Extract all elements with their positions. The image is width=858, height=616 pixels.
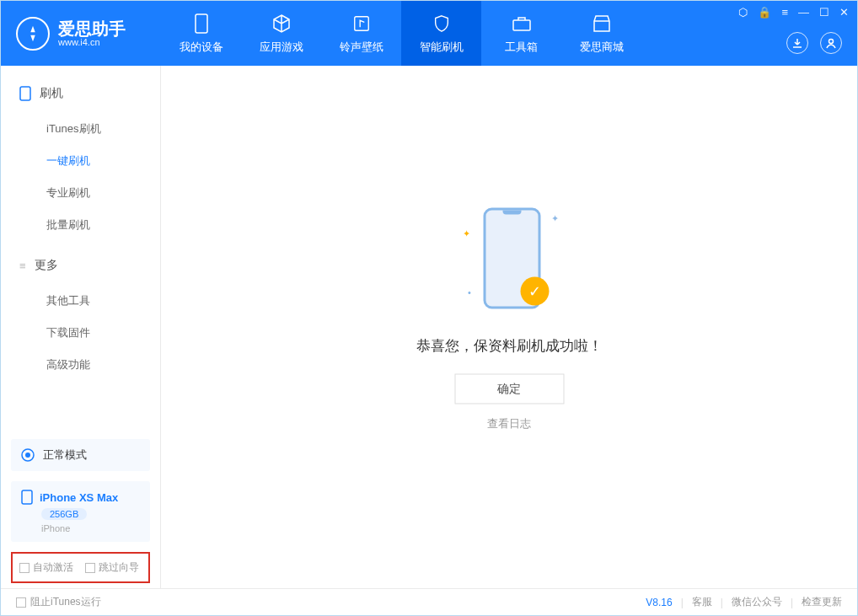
checkbox-icon <box>16 597 26 608</box>
footer-right: V8.16 | 客服 | 微信公众号 | 检查更新 <box>646 595 842 609</box>
check-badge-icon: ✓ <box>520 276 549 305</box>
tab-label: 工具箱 <box>505 40 538 55</box>
footer-link-update[interactable]: 检查更新 <box>802 595 842 609</box>
success-message: 恭喜您，保资料刷机成功啦！ <box>416 335 603 355</box>
group-title: 更多 <box>35 258 58 273</box>
app-title: 爱思助手 <box>58 20 126 37</box>
group-title: 刷机 <box>40 86 63 101</box>
main-content: ✦ ✦ • ✓ 恭喜您，保资料刷机成功啦！ 确定 查看日志 <box>161 66 857 588</box>
cube-icon <box>271 13 292 35</box>
sidebar-item-oneclick-flash[interactable]: 一键刷机 <box>1 145 160 177</box>
store-icon <box>591 13 613 35</box>
sidebar-item-advanced[interactable]: 高级功能 <box>1 349 160 381</box>
device-type: iPhone <box>41 523 70 533</box>
mode-box[interactable]: 正常模式 <box>11 439 150 471</box>
menu-icon[interactable]: ≡ <box>781 6 788 19</box>
logo-area[interactable]: 爱思助手 www.i4.cn <box>1 17 161 51</box>
tab-label: 爱思商城 <box>580 40 624 55</box>
sidebar-item-batch-flash[interactable]: 批量刷机 <box>1 209 160 241</box>
tab-ringtone-wallpaper[interactable]: 铃声壁纸 <box>321 1 401 66</box>
tab-label: 应用游戏 <box>260 40 303 55</box>
tab-store[interactable]: 爱思商城 <box>561 1 641 66</box>
checkbox-label: 阻止iTunes运行 <box>30 595 101 609</box>
device-storage: 256GB <box>41 508 87 520</box>
ok-button[interactable]: 确定 <box>454 373 564 404</box>
checkbox-icon <box>85 563 95 573</box>
svg-rect-0 <box>196 14 207 33</box>
svg-rect-1 <box>354 16 368 30</box>
logo-text: 爱思助手 www.i4.cn <box>58 20 126 47</box>
tab-label: 铃声壁纸 <box>340 40 383 55</box>
tab-smart-flash[interactable]: 智能刷机 <box>401 1 481 66</box>
phone-success-illustration: ✦ ✦ • ✓ <box>454 202 564 320</box>
close-button[interactable]: ✕ <box>839 6 849 19</box>
checkbox-label: 跳过向导 <box>99 560 139 575</box>
toolbox-icon <box>511 13 533 35</box>
hamburger-icon: ≡ <box>19 260 26 272</box>
sidebar-item-pro-flash[interactable]: 专业刷机 <box>1 177 160 209</box>
app-logo-icon <box>16 17 50 51</box>
nav-tabs: 我的设备 应用游戏 铃声壁纸 智能刷机 工具箱 爱思商城 <box>161 1 641 66</box>
checkbox-icon <box>19 563 29 573</box>
svg-point-3 <box>829 40 834 44</box>
tab-toolbox[interactable]: 工具箱 <box>481 1 561 66</box>
user-icon[interactable] <box>820 32 842 54</box>
tab-apps-games[interactable]: 应用游戏 <box>241 1 321 66</box>
checkbox-block-itunes[interactable]: 阻止iTunes运行 <box>16 595 101 609</box>
svg-point-6 <box>25 453 30 458</box>
tab-my-device[interactable]: 我的设备 <box>161 1 241 66</box>
sidebar-item-itunes-flash[interactable]: iTunes刷机 <box>1 113 160 145</box>
minimize-button[interactable]: — <box>798 6 809 19</box>
sidebar-item-other-tools[interactable]: 其他工具 <box>1 285 160 317</box>
app-url: www.i4.cn <box>58 37 126 47</box>
mode-icon <box>21 448 35 462</box>
music-note-icon <box>351 13 373 35</box>
phone-icon <box>21 490 33 505</box>
checkbox-label: 自动激活 <box>33 560 73 575</box>
shirt-icon[interactable]: ⬡ <box>738 6 748 19</box>
tab-label: 智能刷机 <box>420 40 464 55</box>
sidebar-item-download-firmware[interactable]: 下载固件 <box>1 317 160 349</box>
shield-icon <box>431 13 453 35</box>
svg-rect-2 <box>513 20 530 30</box>
mode-label: 正常模式 <box>43 447 87 463</box>
checkbox-auto-activate[interactable]: 自动激活 <box>19 560 73 575</box>
footer-link-support[interactable]: 客服 <box>692 595 712 609</box>
device-name: iPhone XS Max <box>40 491 118 504</box>
version-label: V8.16 <box>646 597 672 608</box>
device-icon <box>190 13 212 35</box>
checkbox-skip-guide[interactable]: 跳过向导 <box>85 560 139 575</box>
view-log-link[interactable]: 查看日志 <box>487 415 531 431</box>
sidebar: 刷机 iTunes刷机 一键刷机 专业刷机 批量刷机 ≡ 更多 其他工具 下载固… <box>1 66 161 588</box>
highlighted-checkbox-row: 自动激活 跳过向导 <box>11 552 150 583</box>
header-right-icons <box>786 32 842 54</box>
sidebar-group-more: ≡ 更多 <box>1 253 160 278</box>
app-header: 爱思助手 www.i4.cn 我的设备 应用游戏 铃声壁纸 智能刷机 工具箱 爱… <box>1 1 857 66</box>
maximize-button[interactable]: ☐ <box>819 6 829 19</box>
success-panel: ✦ ✦ • ✓ 恭喜您，保资料刷机成功啦！ 确定 查看日志 <box>416 202 603 431</box>
body-area: 刷机 iTunes刷机 一键刷机 专业刷机 批量刷机 ≡ 更多 其他工具 下载固… <box>1 66 857 588</box>
window-controls: ⬡ 🔒 ≡ — ☐ ✕ <box>738 6 849 19</box>
sidebar-group-flash: 刷机 <box>1 81 160 106</box>
download-icon[interactable] <box>786 32 808 54</box>
tab-label: 我的设备 <box>180 40 223 55</box>
footer-link-wechat[interactable]: 微信公众号 <box>732 595 782 609</box>
device-box[interactable]: iPhone XS Max 256GB iPhone <box>11 481 150 542</box>
svg-rect-7 <box>22 490 32 504</box>
phone-icon <box>19 86 31 101</box>
device-name-row: iPhone XS Max <box>21 490 118 505</box>
lock-icon[interactable]: 🔒 <box>758 6 771 19</box>
footer: 阻止iTunes运行 V8.16 | 客服 | 微信公众号 | 检查更新 <box>1 588 857 615</box>
svg-rect-4 <box>20 87 30 100</box>
